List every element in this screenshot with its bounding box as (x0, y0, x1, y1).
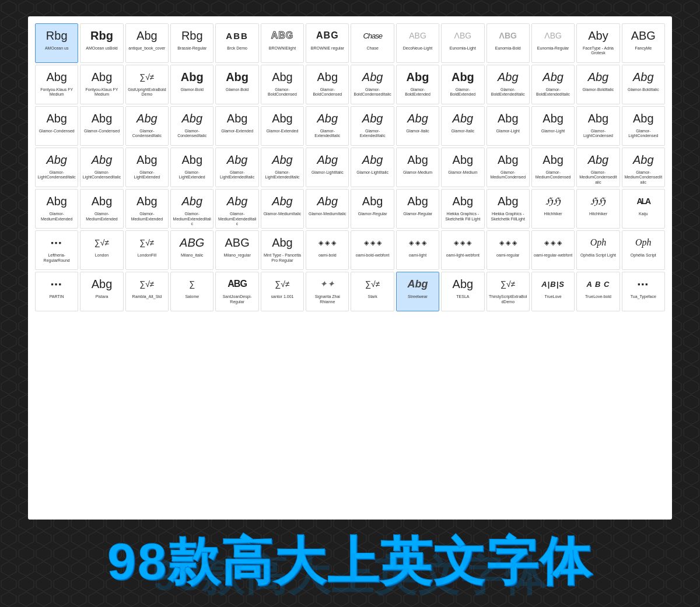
font-item[interactable]: AbgStreetwear (396, 272, 439, 311)
font-item[interactable]: AbgGlamor-Extended (261, 106, 304, 146)
font-item[interactable]: ABGBROWNIE regular (306, 23, 349, 63)
font-item[interactable]: ▪▪▪PARTIN (35, 272, 78, 311)
font-item[interactable]: ◈ ◈ ◈oami-bold (306, 230, 349, 270)
font-item[interactable]: AbgGlamor-LightCondensed (622, 106, 665, 146)
font-item[interactable]: AbgGlamor-MediumExtended (125, 189, 169, 229)
font-item[interactable]: AbgGlamor-BoldExtended (441, 65, 484, 104)
font-item[interactable]: AbgHiekka Graphics - Sketchetik Fill Lig… (441, 189, 484, 229)
font-item[interactable]: AbgGlamor-MediumExtendedItalic (170, 189, 214, 229)
font-item[interactable]: AbgGlamor-Condensed (35, 106, 78, 146)
font-item[interactable]: AbgGlamor-Regular (351, 189, 394, 229)
font-item[interactable]: ABGFancyMe (622, 23, 665, 63)
font-item[interactable]: RbgAMOcean us (35, 23, 78, 63)
font-item[interactable]: ∑Salome (170, 272, 214, 311)
font-item[interactable]: ◈ ◈ ◈oami-light (396, 230, 439, 270)
font-item[interactable]: AbgMint Type - Pancetta Pro Regular (261, 230, 304, 270)
font-item[interactable]: ΛBGEunomia-Bold (487, 23, 530, 63)
font-item[interactable]: ALAKaiju (622, 189, 665, 229)
font-item[interactable]: AbgGlamor-ExtendedItalic (351, 106, 394, 146)
font-item[interactable]: AbgGlamor-LightCondensedItalic (35, 148, 78, 187)
font-item[interactable]: ℌℌHitchhiker (576, 189, 620, 229)
font-item[interactable]: ✦✦Signarita Zhai Rhianne (306, 272, 349, 311)
font-item[interactable]: ℌℌHitchhiker (531, 189, 575, 229)
font-item[interactable]: AbgGlamor-LightCondensed (576, 106, 620, 146)
font-item[interactable]: Abgantique_book_cover (125, 23, 169, 63)
font-name: SantJoanDespi-Regular (217, 294, 257, 304)
font-item[interactable]: AbgPistara (80, 272, 123, 311)
font-item[interactable]: AbgGlamor-Medium (396, 148, 439, 187)
font-item[interactable]: AbgGlamor-ExtendedItalic (306, 106, 349, 146)
font-item[interactable]: ◈ ◈ ◈oami-light-webfont (441, 230, 484, 270)
font-item[interactable]: AbgGlamor-LightCondensedItalic (80, 148, 123, 187)
font-item[interactable]: AbgGlamor-Light (487, 106, 530, 146)
font-item[interactable]: ◈ ◈ ◈oami-regular-webfont (531, 230, 575, 270)
font-item[interactable]: ∑√≠Stark (351, 272, 394, 311)
font-item[interactable]: ABGSantJoanDespi-Regular (215, 272, 258, 311)
font-item[interactable]: ChaseChase (351, 23, 394, 63)
font-item[interactable]: ΛBGEunomia-Regular (531, 23, 575, 63)
font-item[interactable]: ABGDecoNeue-Light (396, 23, 439, 63)
font-item[interactable]: AbgGlamor-MediumCondensed (531, 148, 575, 187)
font-item[interactable]: AbgFontyou-Klaus FY Medium (80, 65, 123, 104)
font-item[interactable]: ∑√≠Rambla_Alt_Std (125, 272, 169, 311)
font-item[interactable]: ∑√≠ThirstyScriptExtraBoldDemo (487, 272, 530, 311)
font-item[interactable]: AbgGlamor-MediumItalic (306, 189, 349, 229)
font-item[interactable]: ∑√≠GistUprightExtraBold Demo (125, 65, 169, 104)
font-item[interactable]: AbgGlamor-BoldCondensed (306, 65, 349, 104)
font-item[interactable]: AbgGlamor-MediumItalic (261, 189, 304, 229)
font-item[interactable]: AbgGlamor-MediumExtended (35, 189, 78, 229)
font-item[interactable]: AbyFaceType - Adria Grotesk (576, 23, 620, 63)
font-item[interactable]: ABGBROWNIElight (261, 23, 304, 63)
font-item[interactable]: AbgGlamor-LightExtendedItalic (215, 148, 258, 187)
font-item[interactable]: AbgGlamor-LightItalic (306, 148, 349, 187)
font-item[interactable]: AbgGlamor-BoldExtendedItalic (487, 65, 530, 104)
font-item[interactable]: ABBBrck Demo (215, 23, 258, 63)
font-item[interactable]: AbgGlamor-LightExtendedItalic (261, 148, 304, 187)
font-item[interactable]: AbgGlamor-Medium (441, 148, 484, 187)
font-item[interactable]: AbgGlamor-BoldCondensedItalic (351, 65, 394, 104)
font-item[interactable]: RbgBrassie-Regular (170, 23, 214, 63)
font-item[interactable]: AbgGlamor-Regular (396, 189, 439, 229)
font-icon: ∑√≠ (127, 274, 167, 294)
font-item[interactable]: AbgGlamor-MediumExtended (80, 189, 123, 229)
font-item[interactable]: AbgGlamor-Extended (215, 106, 258, 146)
font-item[interactable]: AbgGlamor-BoldExtended (396, 65, 439, 104)
font-item[interactable]: ABGMilano_regular (215, 230, 258, 270)
font-item[interactable]: ABGMilano_italic (170, 230, 214, 270)
font-item[interactable]: AbgGlamor-MediumCondensed (487, 148, 530, 187)
font-item[interactable]: AbgGlamor-Condensed (80, 106, 123, 146)
font-item[interactable]: AbgGlamor-BoldExtendedItalic (531, 65, 575, 104)
font-item[interactable]: A|B|STrueLove (531, 272, 575, 311)
font-item[interactable]: AbgGlamor-BoldCondensed (261, 65, 304, 104)
font-item[interactable]: OphOphélia Script Light (576, 230, 620, 270)
font-item[interactable]: AbgGlamor-Bold (170, 65, 214, 104)
font-item[interactable]: ∑√≠London (80, 230, 123, 270)
font-item[interactable]: ◈ ◈ ◈oami-regular (487, 230, 530, 270)
font-item[interactable]: ∑√≠santor 1.001 (261, 272, 304, 311)
font-item[interactable]: AbgHiekka Graphics - Sketchetik FillLigh… (487, 189, 530, 229)
font-item[interactable]: AbgGlamor-LightExtended (125, 148, 169, 187)
font-item[interactable]: AbgFontyou-Klaus FY Medium (35, 65, 78, 104)
font-item[interactable]: ▪▪▪Leftheria-RegularRound (35, 230, 78, 270)
font-item[interactable]: AbgGlamor-LightItalic (351, 148, 394, 187)
font-item[interactable]: AbgGlamor-BoldItalic (576, 65, 620, 104)
font-item[interactable]: ▪▪▪Tua_Typeface (622, 272, 665, 311)
font-item[interactable]: AbgTESLA (441, 272, 484, 311)
font-item[interactable]: AbgGlamor-MediumCondensedItalic (576, 148, 620, 187)
font-item[interactable]: AbgGlamor-MediumCondensedItalic (622, 148, 665, 187)
font-item[interactable]: AbgGlamor-Italic (441, 106, 484, 146)
font-item[interactable]: OphOphélia Script (622, 230, 665, 270)
font-item[interactable]: AbgGlamor-Light (531, 106, 575, 146)
font-item[interactable]: AbgGlamor-Italic (396, 106, 439, 146)
font-item[interactable]: ◈ ◈ ◈oami-bold-webfont (351, 230, 394, 270)
font-item[interactable]: ΛBGEunomia-Light (441, 23, 484, 63)
font-item[interactable]: AbgGlamor-LightExtended (170, 148, 214, 187)
font-item[interactable]: AbgGlamor-Bold (215, 65, 258, 104)
font-item[interactable]: RbgAMOcean usBold (80, 23, 123, 63)
font-item[interactable]: AbgGlamor-MediumExtendedItalic (215, 189, 258, 229)
font-item[interactable]: AbgGlamor-CondensedItalic (170, 106, 214, 146)
font-item[interactable]: A B CTrueLove-bold (576, 272, 620, 311)
font-item[interactable]: AbgGlamor-CondensedItalic (125, 106, 169, 146)
font-item[interactable]: ∑√≠LondonFill (125, 230, 169, 270)
font-item[interactable]: AbgGlamor-BoldItalic (622, 65, 665, 104)
